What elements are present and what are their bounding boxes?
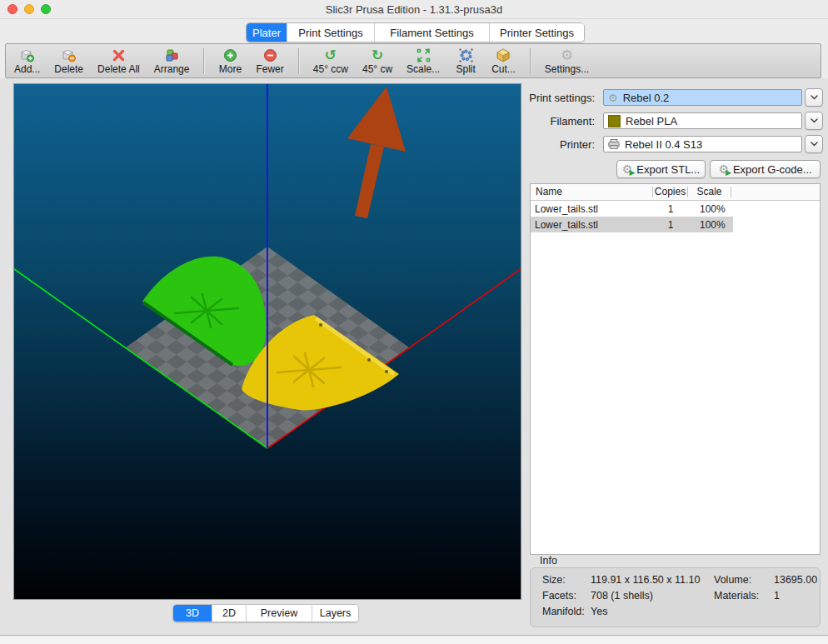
chevron-down-icon <box>811 142 818 147</box>
scale-button[interactable]: Scale... <box>407 47 440 74</box>
column-header-name[interactable]: Name <box>531 187 653 197</box>
table-row-selected[interactable]: Lower_tails.stl 1 100% <box>531 217 820 232</box>
materials-label: Materials: <box>714 590 774 606</box>
add-button[interactable]: Add... <box>14 47 40 74</box>
titlebar: Slic3r Prusa Edition - 1.31.3-prusa3d <box>0 0 828 19</box>
manifold-label: Manifold: <box>542 606 591 622</box>
manifold-value: Yes <box>591 606 714 622</box>
gear-icon: ⚙ <box>561 47 573 63</box>
plus-circle-icon <box>223 47 237 63</box>
package-add-icon <box>20 47 35 63</box>
column-header-copies[interactable]: Copies <box>653 187 688 197</box>
info-section-title: Info <box>540 555 557 567</box>
size-label: Size: <box>542 574 591 590</box>
mode-layers-button[interactable]: Layers <box>312 605 358 622</box>
tab-print-settings[interactable]: Print Settings <box>287 23 374 42</box>
status-bar <box>0 636 828 644</box>
toolbar: Add... Delete Delete All Arrange More <box>5 43 821 78</box>
export-gear-icon: ⚙▶ <box>718 163 729 175</box>
rotate-cw-button[interactable]: ↻ 45° cw <box>362 47 392 74</box>
print-settings-label: Print settings: <box>470 92 595 104</box>
object-list-header: Name Copies Scale <box>531 184 820 201</box>
tab-plater[interactable]: Plater <box>247 23 287 42</box>
export-gcode-button[interactable]: ⚙▶ Export G-code... <box>710 160 821 178</box>
printer-combo[interactable]: Rebel II 0.4 S13 <box>603 136 802 152</box>
tab-printer-settings[interactable]: Printer Settings <box>489 23 584 42</box>
3d-viewport[interactable] <box>13 83 521 600</box>
export-stl-button[interactable]: ⚙▶ Export STL... <box>616 160 706 178</box>
main-tabs: Plater Print Settings Filament Settings … <box>246 22 585 42</box>
column-header-scale[interactable]: Scale <box>688 187 731 197</box>
mode-preview-button[interactable]: Preview <box>246 605 312 622</box>
export-gear-icon: ⚙▶ <box>622 163 633 175</box>
facets-value: 708 (1 shells) <box>591 590 714 606</box>
settings-button[interactable]: ⚙ Settings... <box>545 47 589 74</box>
size-value: 119.91 x 116.50 x 11.10 <box>591 574 714 590</box>
volume-value: 13695.00 <box>774 574 820 590</box>
more-button[interactable]: More <box>218 47 242 74</box>
gear-icon: ⚙ <box>608 92 618 103</box>
volume-label: Volume: <box>714 574 774 590</box>
view-mode-switch: 3D 2D Preview Layers <box>172 604 359 622</box>
printer-icon <box>608 139 620 149</box>
materials-value: 1 <box>774 590 820 606</box>
app-window: Slic3r Prusa Edition - 1.31.3-prusa3d Pl… <box>0 0 828 644</box>
toolbar-separator <box>203 48 204 73</box>
mode-2d-button[interactable]: 2D <box>212 605 246 622</box>
arrange-cubes-icon <box>164 47 179 63</box>
toolbar-separator <box>530 48 531 73</box>
filament-dropdown-button[interactable] <box>805 112 823 130</box>
filament-combo[interactable]: Rebel PLA <box>603 112 802 129</box>
chevron-down-icon <box>811 95 818 100</box>
package-remove-icon <box>62 47 77 63</box>
object-list: Name Copies Scale Lower_tails.stl 1 100%… <box>530 183 821 555</box>
table-row[interactable]: Lower_tails.stl 1 100% <box>531 201 820 217</box>
delete-all-icon <box>112 47 126 63</box>
chevron-down-icon <box>811 118 818 123</box>
fewer-button[interactable]: Fewer <box>256 47 283 74</box>
split-dots-icon <box>459 47 473 63</box>
3d-scene <box>14 84 521 599</box>
facets-label: Facets: <box>542 590 591 606</box>
scale-arrows-icon <box>416 47 431 63</box>
rotate-ccw-button[interactable]: ↺ 45° ccw <box>313 47 348 74</box>
printer-label: Printer: <box>470 138 595 151</box>
print-settings-combo[interactable]: ⚙ Rebel 0.2 <box>603 89 802 106</box>
delete-button[interactable]: Delete <box>54 47 83 74</box>
rotate-ccw-icon: ↺ <box>325 47 337 63</box>
print-settings-dropdown-button[interactable] <box>805 88 823 107</box>
arrange-button[interactable]: Arrange <box>154 47 190 74</box>
filament-color-swatch <box>608 115 621 127</box>
info-panel: Size: 119.91 x 116.50 x 11.10 Volume: 13… <box>530 567 821 627</box>
rotate-cw-icon: ↻ <box>372 47 383 63</box>
cut-cube-icon <box>496 47 511 63</box>
delete-all-button[interactable]: Delete All <box>97 47 140 74</box>
mode-3d-button[interactable]: 3D <box>173 605 212 622</box>
split-button[interactable]: Split <box>454 47 477 74</box>
filament-label: Filament: <box>470 115 595 127</box>
toolbar-separator <box>298 48 299 73</box>
printer-dropdown-button[interactable] <box>805 135 823 153</box>
tab-filament-settings[interactable]: Filament Settings <box>374 23 489 42</box>
minus-circle-icon <box>263 47 277 63</box>
window-title: Slic3r Prusa Edition - 1.31.3-prusa3d <box>0 3 828 16</box>
cut-button[interactable]: Cut... <box>491 47 516 74</box>
